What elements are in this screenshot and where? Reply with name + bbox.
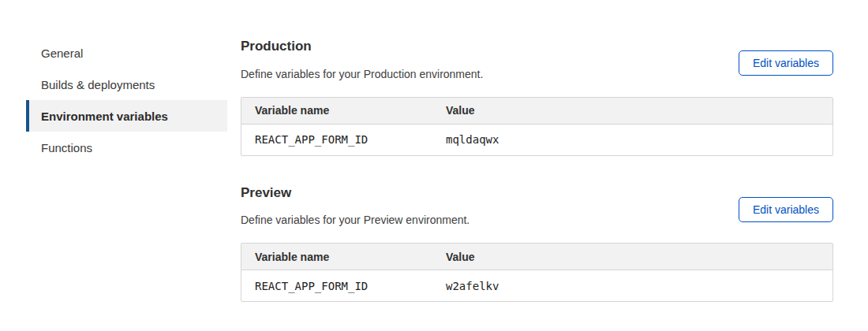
preview-section: Preview Define variables for your Previe… bbox=[241, 186, 833, 303]
table-row: REACT_APP_FORM_ID w2afelkv bbox=[241, 270, 832, 301]
variable-value-cell: mqldaqwx bbox=[432, 133, 832, 146]
variable-name-cell: REACT_APP_FORM_ID bbox=[241, 133, 432, 146]
variable-name-cell: REACT_APP_FORM_ID bbox=[241, 280, 432, 292]
production-variables-table: Variable name Value REACT_APP_FORM_ID mq… bbox=[241, 97, 833, 156]
environment-variables-panel: Production Define variables for your Pro… bbox=[241, 39, 833, 302]
table-row: REACT_APP_FORM_ID mqldaqwx bbox=[241, 125, 832, 155]
production-section: Production Define variables for your Pro… bbox=[241, 39, 833, 156]
sidebar-item-label: Builds & deployments bbox=[41, 78, 155, 91]
sidebar-item-label: Environment variables bbox=[41, 110, 168, 123]
preview-edit-variables-button[interactable]: Edit variables bbox=[739, 197, 833, 222]
variable-name-column-header: Variable name bbox=[241, 251, 432, 263]
settings-page: General Builds & deployments Environment… bbox=[0, 0, 868, 331]
value-column-header: Value bbox=[432, 251, 832, 263]
sidebar-item-label: General bbox=[41, 46, 83, 60]
table-header-row: Variable name Value bbox=[241, 244, 832, 270]
variable-name-column-header: Variable name bbox=[241, 104, 432, 117]
value-column-header: Value bbox=[432, 104, 832, 117]
variable-value-cell: w2afelkv bbox=[432, 280, 832, 292]
sidebar-item-environment-variables[interactable]: Environment variables bbox=[26, 100, 227, 132]
preview-variables-table: Variable name Value REACT_APP_FORM_ID w2… bbox=[241, 243, 833, 302]
sidebar-item-builds-deployments[interactable]: Builds & deployments bbox=[26, 69, 227, 100]
settings-sidebar: General Builds & deployments Environment… bbox=[29, 37, 227, 163]
sidebar-item-label: Functions bbox=[41, 141, 92, 154]
production-edit-variables-button[interactable]: Edit variables bbox=[739, 50, 833, 76]
sidebar-item-functions[interactable]: Functions bbox=[26, 132, 227, 163]
sidebar-item-general[interactable]: General bbox=[26, 37, 227, 69]
table-header-row: Variable name Value bbox=[241, 98, 832, 125]
